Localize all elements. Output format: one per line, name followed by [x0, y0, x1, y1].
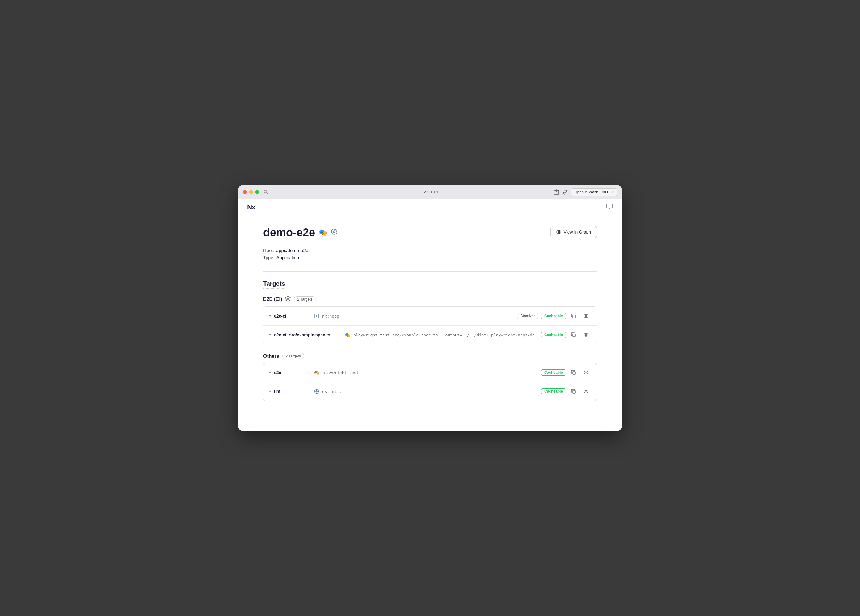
e2e-ci-spec-actions: Cacheable	[541, 330, 591, 340]
others-group-name: Others	[263, 354, 279, 359]
svg-rect-12	[573, 334, 576, 337]
others-target-items: ▾ e2e 🎭 playwright test Cacheable	[263, 363, 597, 401]
e2e-ci-chevron[interactable]: ▾	[269, 314, 271, 318]
share-icon[interactable]	[554, 189, 559, 195]
e2e-ci-spec-command: playwright test src/example.spec.ts --ou…	[353, 333, 538, 337]
type-value: Application	[276, 255, 299, 260]
e2e-ci-view-button[interactable]	[581, 311, 591, 321]
nx-icon	[314, 314, 319, 319]
browser-window: 127.0.0.1 Open in Work ⌘O ▾	[239, 185, 621, 431]
open-in-work-button[interactable]: Open in Work ⌘O ▾	[571, 189, 617, 196]
svg-text:Nx: Nx	[247, 203, 256, 211]
e2e-ci-spec-copy-button[interactable]	[569, 330, 579, 340]
eslint-icon	[314, 389, 319, 394]
e2e-ci-spec-view-button[interactable]	[581, 330, 591, 340]
app-toolbar: Nx	[239, 199, 621, 215]
svg-point-13	[584, 333, 588, 336]
open-in-work-label: Open in	[574, 190, 587, 194]
minimize-button[interactable]	[249, 190, 253, 194]
section-divider	[263, 271, 597, 272]
e2e-name: e2e	[274, 370, 311, 375]
others-targets-badge: 2 Targets	[282, 353, 304, 359]
project-title-row: demo-e2e 🎭	[263, 226, 337, 239]
nx-logo: Nx	[247, 203, 262, 211]
svg-point-0	[264, 190, 267, 193]
traffic-lights	[243, 190, 259, 194]
titlebar-url: 127.0.0.1	[422, 190, 438, 194]
svg-line-1	[266, 192, 267, 194]
e2e-view-button[interactable]	[581, 368, 591, 377]
svg-rect-9	[573, 315, 576, 318]
project-title-area: demo-e2e 🎭	[263, 226, 337, 239]
svg-point-5	[333, 231, 335, 233]
target-group-others: Others 2 Targets ▾ e2e 🎭 playwright test…	[263, 353, 597, 401]
target-item-e2e-ci: ▾ e2e-ci nx:noop Atomizer Cacheable	[264, 307, 596, 325]
svg-rect-3	[607, 204, 612, 208]
target-group-e2e-ci-header: E2E (CI) 2 Targets	[263, 296, 597, 303]
e2e-ci-group-name: E2E (CI)	[263, 297, 282, 302]
svg-point-11	[585, 316, 587, 317]
atomizer-badge: Atomizer	[517, 313, 538, 319]
e2e-copy-button[interactable]	[569, 368, 579, 377]
monitor-icon[interactable]	[606, 203, 613, 211]
svg-point-20	[584, 390, 588, 393]
type-label: Type:	[263, 255, 275, 260]
layers-icon	[285, 296, 291, 303]
svg-point-17	[585, 372, 587, 374]
e2e-chevron[interactable]: ▾	[269, 371, 271, 375]
titlebar-search-icon[interactable]	[264, 190, 268, 194]
svg-point-6	[557, 231, 561, 234]
svg-point-16	[584, 371, 588, 374]
link-icon[interactable]	[562, 189, 568, 195]
lint-copy-button[interactable]	[569, 387, 579, 396]
target-group-others-header: Others 2 Targets	[263, 353, 597, 359]
e2e-ci-spec-name: e2e-ci--src/example.spec.ts	[274, 332, 342, 337]
svg-point-21	[585, 391, 587, 392]
lint-chevron[interactable]: ▾	[269, 389, 271, 394]
meta-root-row: Root: apps/demo-e2e	[263, 248, 597, 253]
e2e-ci-spec-chevron[interactable]: ▾	[269, 333, 271, 337]
lint-name: lint	[274, 389, 311, 394]
e2e-ci-targets-badge: 2 Targets	[294, 296, 316, 302]
targets-heading: Targets	[263, 280, 285, 289]
open-in-work-bold: Work	[589, 190, 598, 194]
lint-actions: Cacheable	[541, 387, 591, 396]
settings-circle-icon	[331, 228, 337, 237]
e2e-ci-copy-button[interactable]	[569, 311, 579, 321]
maximize-button[interactable]	[255, 190, 259, 194]
lint-command: eslint .	[322, 389, 538, 394]
close-button[interactable]	[243, 190, 247, 194]
root-value: apps/demo-e2e	[276, 248, 308, 253]
targets-section: Targets E2E (CI) 2 Targets	[263, 280, 597, 401]
view-in-graph-label: View In Graph	[564, 229, 591, 234]
project-title: demo-e2e	[263, 226, 315, 239]
svg-rect-19	[573, 390, 576, 393]
target-item-lint: ▾ lint eslint . Cacheable	[264, 382, 596, 401]
root-label: Root:	[263, 248, 274, 253]
svg-rect-15	[573, 372, 576, 374]
project-header: demo-e2e 🎭 View In Graph	[263, 226, 597, 239]
open-in-work-dropdown-chevron[interactable]: ▾	[610, 190, 614, 194]
svg-point-7	[558, 231, 559, 233]
view-in-graph-button[interactable]: View In Graph	[551, 226, 597, 238]
e2e-playwright-icon: 🎭	[314, 370, 319, 375]
e2e-cacheable-badge: Cacheable	[541, 369, 566, 376]
target-item-e2e-ci-spec: ▾ e2e-ci--src/example.spec.ts 🎭 playwrig…	[264, 325, 596, 344]
theater-masks-icon: 🎭	[319, 229, 327, 237]
e2e-ci-command: nx:noop	[322, 314, 514, 319]
e2e-ci-name: e2e-ci	[274, 314, 311, 319]
eye-icon	[556, 229, 561, 234]
e2e-ci-target-items: ▾ e2e-ci nx:noop Atomizer Cacheable	[263, 306, 597, 344]
svg-point-14	[585, 334, 587, 336]
titlebar: 127.0.0.1 Open in Work ⌘O ▾	[239, 185, 621, 199]
target-item-e2e: ▾ e2e 🎭 playwright test Cacheable	[264, 363, 596, 382]
titlebar-right: Open in Work ⌘O ▾	[554, 189, 617, 196]
svg-point-10	[584, 314, 588, 317]
lint-cacheable-badge: Cacheable	[541, 388, 566, 394]
target-group-e2e-ci: E2E (CI) 2 Targets ▾ e2e-ci	[263, 296, 597, 344]
project-meta: Root: apps/demo-e2e Type: Application	[263, 248, 597, 260]
e2e-ci-spec-cacheable-badge: Cacheable	[541, 332, 566, 338]
main-content: demo-e2e 🎭 View In Graph	[239, 215, 621, 431]
e2e-ci-cacheable-badge: Cacheable	[541, 313, 566, 319]
lint-view-button[interactable]	[581, 387, 591, 396]
